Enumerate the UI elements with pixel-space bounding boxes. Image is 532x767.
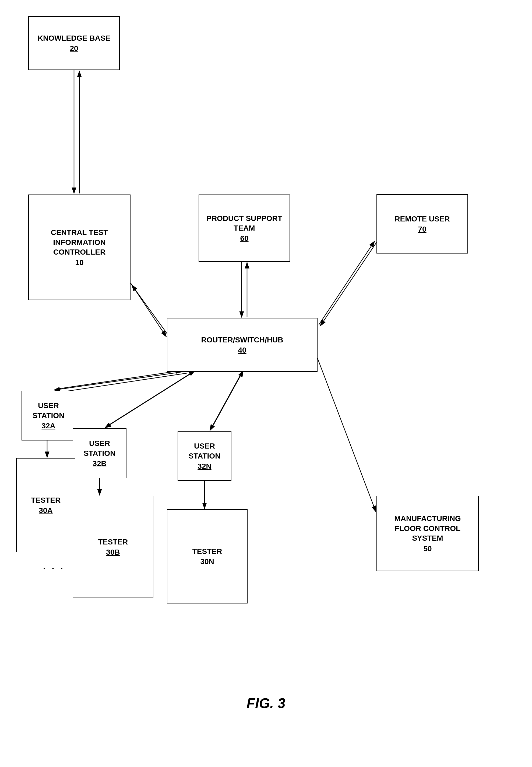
figure-label: FIG. 3 <box>246 695 285 711</box>
manufacturing-box: MANUFACTURING FLOOR CONTROL SYSTEM 50 <box>376 496 479 571</box>
tester-30b-box: TESTER 30B <box>73 496 153 598</box>
router-label: ROUTER/SWITCH/HUB <box>201 335 283 345</box>
svg-line-14 <box>106 371 195 427</box>
knowledge-base-box: KNOWLEDGE BASE 20 <box>28 16 120 70</box>
central-test-box: CENTRAL TEST INFORMATION CONTROLLER 10 <box>28 195 131 300</box>
user-station-32n-number: 32N <box>198 462 211 471</box>
svg-line-16 <box>211 371 243 429</box>
user-station-32a-number: 32A <box>41 422 55 430</box>
central-test-number: 10 <box>75 258 83 267</box>
tester-30n-number: 30N <box>200 557 214 566</box>
tester-30n-label: TESTER <box>192 546 222 556</box>
router-number: 40 <box>238 346 246 355</box>
svg-line-13 <box>105 372 194 428</box>
user-station-32a-box: USER STATION 32A <box>22 391 75 440</box>
svg-line-15 <box>210 372 242 430</box>
router-switch-hub-box: ROUTER/SWITCH/HUB 40 <box>167 318 318 372</box>
product-support-box: PRODUCT SUPPORT TEAM 60 <box>199 195 290 262</box>
product-support-number: 60 <box>240 234 248 243</box>
knowledge-base-label: KNOWLEDGE BASE <box>38 33 111 43</box>
remote-user-label: REMOTE USER <box>394 214 450 224</box>
svg-line-4 <box>131 283 166 337</box>
remote-user-box: REMOTE USER 70 <box>376 194 468 254</box>
tester-30b-number: 30B <box>106 548 120 556</box>
product-support-label: PRODUCT SUPPORT TEAM <box>206 214 282 233</box>
remote-user-number: 70 <box>418 225 426 234</box>
tester-30a-box: TESTER 30A <box>16 458 75 552</box>
manufacturing-label: MANUFACTURING FLOOR CONTROL SYSTEM <box>394 514 461 543</box>
user-station-32a-label: USER STATION <box>33 401 65 421</box>
diagram-container: KNOWLEDGE BASE 20 CENTRAL TEST INFORMATI… <box>0 0 532 727</box>
svg-line-11 <box>54 372 183 390</box>
user-station-32n-label: USER STATION <box>189 441 221 461</box>
svg-line-20 <box>52 373 187 393</box>
svg-line-10 <box>318 358 376 512</box>
manufacturing-number: 50 <box>423 544 432 553</box>
user-station-32n-box: USER STATION 32N <box>178 431 231 481</box>
user-station-32b-label: USER STATION <box>84 439 116 458</box>
tester-30b-label: TESTER <box>98 537 128 547</box>
svg-line-9 <box>319 241 375 325</box>
ellipsis-dots: . . . <box>43 560 65 572</box>
knowledge-base-number: 20 <box>70 44 78 53</box>
tester-30a-number: 30A <box>39 506 52 515</box>
user-station-32b-box: USER STATION 32B <box>73 428 126 478</box>
tester-30n-box: TESTER 30N <box>167 509 248 604</box>
svg-line-8 <box>320 243 376 326</box>
tester-30a-label: TESTER <box>31 495 61 505</box>
user-station-32b-number: 32B <box>93 459 106 468</box>
svg-line-5 <box>132 285 167 334</box>
svg-line-12 <box>55 370 182 389</box>
central-test-label: CENTRAL TEST INFORMATION CONTROLLER <box>51 228 108 257</box>
